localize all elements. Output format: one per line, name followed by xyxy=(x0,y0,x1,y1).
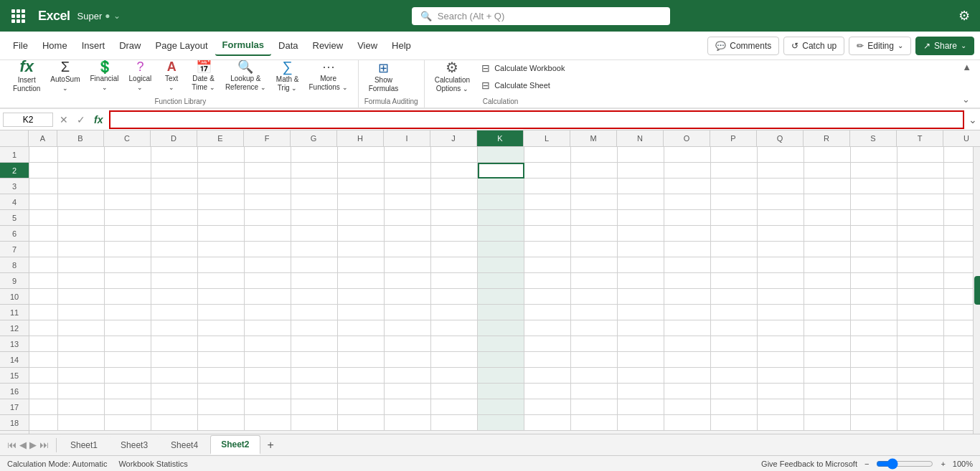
cell-F12[interactable] xyxy=(245,320,291,336)
cell-H16[interactable] xyxy=(338,384,385,399)
cell-H2[interactable] xyxy=(338,163,385,179)
cell-C16[interactable] xyxy=(105,384,151,399)
col-header-P[interactable]: P xyxy=(710,130,757,146)
cell-G16[interactable] xyxy=(291,384,338,399)
cell-Q10[interactable] xyxy=(758,289,804,305)
cell-R2[interactable] xyxy=(804,163,851,179)
ribbon-calculate-workbook[interactable]: ⊟ Calculate Workbook xyxy=(476,60,570,76)
menu-data[interactable]: Data xyxy=(271,36,305,55)
cell-D12[interactable] xyxy=(151,320,198,336)
cell-J5[interactable] xyxy=(431,210,478,226)
cell-K4[interactable] xyxy=(478,194,524,210)
cell-L7[interactable] xyxy=(524,242,571,257)
cell-G7[interactable] xyxy=(291,242,338,257)
cell-Q3[interactable] xyxy=(758,179,804,194)
cell-F14[interactable] xyxy=(245,352,291,368)
cell-B2[interactable] xyxy=(58,163,105,179)
cell-D9[interactable] xyxy=(151,273,198,289)
cell-U6[interactable] xyxy=(944,226,973,242)
cell-L6[interactable] xyxy=(524,226,571,242)
cell-O12[interactable] xyxy=(664,320,711,336)
menu-formulas[interactable]: Formulas xyxy=(215,35,272,56)
cell-I2[interactable] xyxy=(385,163,431,179)
menu-insert[interactable]: Insert xyxy=(75,36,113,55)
cell-E4[interactable] xyxy=(198,194,245,210)
cell-T2[interactable] xyxy=(897,163,944,179)
cell-L5[interactable] xyxy=(524,210,571,226)
cell-S9[interactable] xyxy=(851,273,897,289)
cell-U11[interactable] xyxy=(944,305,973,320)
cell-H3[interactable] xyxy=(338,179,385,194)
cell-J14[interactable] xyxy=(431,352,478,368)
cell-A4[interactable] xyxy=(29,194,58,210)
row-header-16[interactable]: 16 xyxy=(0,384,29,399)
cell-P6[interactable] xyxy=(711,226,758,242)
cell-K5[interactable] xyxy=(478,210,524,226)
row-header-9[interactable]: 9 xyxy=(0,273,29,289)
cell-U17[interactable] xyxy=(944,399,973,415)
cell-I3[interactable] xyxy=(385,179,431,194)
cell-U8[interactable] xyxy=(944,257,973,273)
cell-T9[interactable] xyxy=(897,273,944,289)
cell-R14[interactable] xyxy=(804,352,851,368)
cell-B16[interactable] xyxy=(58,384,105,399)
row-header-18[interactable]: 18 xyxy=(0,415,29,431)
cell-I17[interactable] xyxy=(385,399,431,415)
cell-T11[interactable] xyxy=(897,305,944,320)
cancel-formula-icon[interactable]: ✕ xyxy=(56,112,72,128)
cell-E12[interactable] xyxy=(198,320,245,336)
cell-I7[interactable] xyxy=(385,242,431,257)
cell-Q1[interactable] xyxy=(758,147,804,163)
row-header-5[interactable]: 5 xyxy=(0,210,29,226)
cell-P15[interactable] xyxy=(711,368,758,384)
ribbon-date-time[interactable]: 📅 Date &Time ⌄ xyxy=(187,60,220,95)
cell-S16[interactable] xyxy=(851,384,897,399)
cell-C10[interactable] xyxy=(105,289,151,305)
cell-A7[interactable] xyxy=(29,242,58,257)
cell-C7[interactable] xyxy=(105,242,151,257)
cell-F5[interactable] xyxy=(245,210,291,226)
cell-E9[interactable] xyxy=(198,273,245,289)
cell-P12[interactable] xyxy=(711,320,758,336)
cell-C8[interactable] xyxy=(105,257,151,273)
cell-B9[interactable] xyxy=(58,273,105,289)
row-header-17[interactable]: 17 xyxy=(0,399,29,415)
search-bar[interactable]: 🔍 Search (Alt + Q) xyxy=(412,7,670,25)
cell-J8[interactable] xyxy=(431,257,478,273)
cell-M15[interactable] xyxy=(571,368,618,384)
cell-U7[interactable] xyxy=(944,242,973,257)
cell-P16[interactable] xyxy=(711,384,758,399)
cell-T13[interactable] xyxy=(897,336,944,352)
cell-Q5[interactable] xyxy=(758,210,804,226)
tab-nav-prev-prev[interactable]: ⏮ xyxy=(7,439,17,450)
cell-L18[interactable] xyxy=(524,415,571,431)
cell-G15[interactable] xyxy=(291,368,338,384)
cell-P8[interactable] xyxy=(711,257,758,273)
cell-C11[interactable] xyxy=(105,305,151,320)
cell-K15[interactable] xyxy=(478,368,524,384)
cell-F4[interactable] xyxy=(245,194,291,210)
cell-N3[interactable] xyxy=(618,179,664,194)
ribbon-expand-icon[interactable]: ⌄ xyxy=(962,94,971,105)
cell-R16[interactable] xyxy=(804,384,851,399)
ribbon-calculation-options[interactable]: ⚙ CalculationOptions ⌄ xyxy=(430,60,474,96)
cell-P2[interactable] xyxy=(711,163,758,179)
cell-E17[interactable] xyxy=(198,399,245,415)
cell-Q6[interactable] xyxy=(758,226,804,242)
cell-C13[interactable] xyxy=(105,336,151,352)
cell-H14[interactable] xyxy=(338,352,385,368)
cell-M12[interactable] xyxy=(571,320,618,336)
cell-N6[interactable] xyxy=(618,226,664,242)
cell-N7[interactable] xyxy=(618,242,664,257)
cell-J15[interactable] xyxy=(431,368,478,384)
cell-B18[interactable] xyxy=(58,415,105,431)
cell-B8[interactable] xyxy=(58,257,105,273)
col-header-K[interactable]: K xyxy=(477,130,524,146)
cell-N12[interactable] xyxy=(618,320,664,336)
cell-U3[interactable] xyxy=(944,179,973,194)
tab-nav-next-next[interactable]: ⏭ xyxy=(39,439,49,450)
cell-J18[interactable] xyxy=(431,415,478,431)
cell-T1[interactable] xyxy=(897,147,944,163)
cell-Q11[interactable] xyxy=(758,305,804,320)
cell-C17[interactable] xyxy=(105,399,151,415)
